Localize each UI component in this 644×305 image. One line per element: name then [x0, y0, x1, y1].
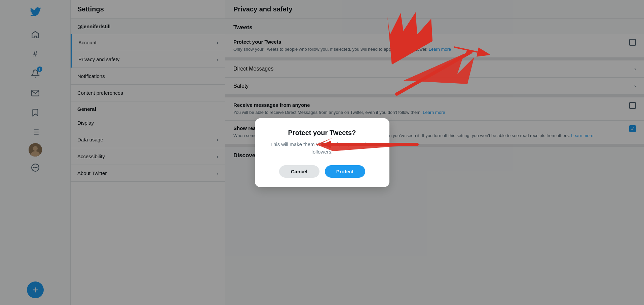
protect-tweets-modal: Protect your Tweets? This will make them…	[255, 118, 389, 187]
modal-buttons: Cancel Protect	[268, 165, 376, 178]
modal-overlay[interactable]: Protect your Tweets? This will make them…	[0, 0, 644, 305]
modal-title: Protect your Tweets?	[268, 129, 376, 137]
modal-description: This will make them visible only to your…	[268, 141, 376, 156]
cancel-button[interactable]: Cancel	[279, 165, 319, 178]
protect-button[interactable]: Protect	[325, 165, 365, 178]
